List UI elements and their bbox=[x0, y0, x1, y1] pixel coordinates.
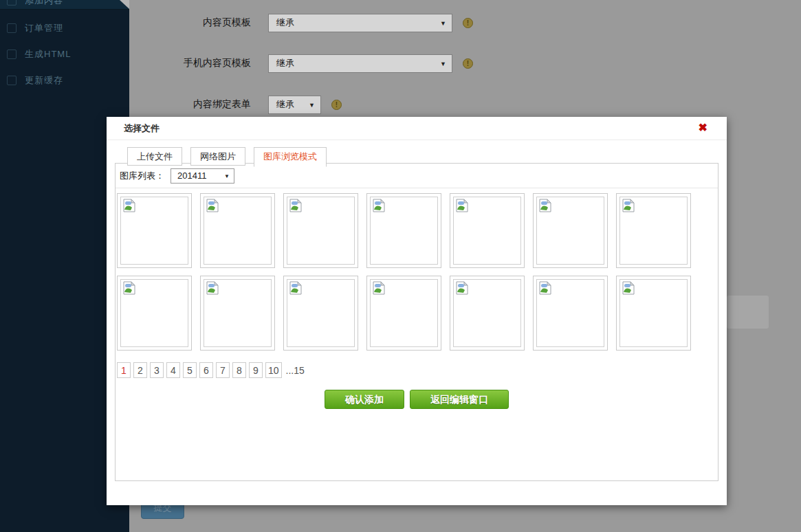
gallery-thumbnail[interactable] bbox=[283, 193, 358, 268]
sidebar-item-label: 订单管理 bbox=[25, 22, 63, 34]
menu-item-icon bbox=[7, 0, 17, 5]
confirm-add-button[interactable]: 确认添加 bbox=[325, 390, 404, 409]
corner-fold-icon bbox=[120, 0, 129, 9]
gallery-thumbnail[interactable] bbox=[117, 276, 192, 351]
template-select[interactable]: 继承▼ bbox=[268, 54, 452, 73]
thumbnail-grid bbox=[116, 188, 715, 358]
chevron-down-icon: ▼ bbox=[309, 102, 315, 109]
form-row: 内容绑定表单继承▼! bbox=[129, 95, 342, 114]
sidebar-item-label: 生成HTML bbox=[25, 48, 71, 60]
tab-upload-file[interactable]: 上传文件 bbox=[127, 147, 182, 166]
sidebar-item-label: 添加内容 bbox=[25, 0, 63, 7]
info-icon: ! bbox=[463, 18, 473, 28]
tab-network-image[interactable]: 网络图片 bbox=[190, 147, 245, 166]
gallery-thumbnail[interactable] bbox=[200, 193, 275, 268]
page-button[interactable]: 8 bbox=[232, 362, 246, 378]
page-button[interactable]: 1 bbox=[117, 362, 131, 378]
chevron-down-icon: ▼ bbox=[440, 21, 446, 27]
broken-image-icon bbox=[287, 279, 355, 347]
broken-image-icon bbox=[453, 197, 521, 265]
sidebar-item[interactable]: 生成HTML bbox=[0, 46, 129, 63]
page-button[interactable]: 9 bbox=[249, 362, 263, 378]
gallery-panel: 图库列表： 201411 ▼ 12345678910...15 确认添加返回编辑… bbox=[115, 163, 718, 481]
tab-gallery-browse[interactable]: 图库浏览模式 bbox=[254, 147, 327, 167]
return-to-editor-button[interactable]: 返回编辑窗口 bbox=[410, 390, 509, 409]
gallery-thumbnail[interactable] bbox=[533, 193, 608, 268]
menu-item-icon bbox=[7, 76, 17, 85]
page-button[interactable]: 2 bbox=[133, 362, 147, 378]
chevron-down-icon: ▼ bbox=[440, 61, 446, 67]
gallery-thumbnail[interactable] bbox=[616, 193, 691, 268]
dialog-title: 选择文件 bbox=[107, 117, 727, 140]
info-icon: ! bbox=[331, 100, 342, 110]
broken-image-icon bbox=[370, 279, 438, 347]
chevron-down-icon: ▼ bbox=[224, 174, 230, 179]
broken-image-icon bbox=[120, 279, 188, 347]
broken-image-icon bbox=[370, 197, 438, 265]
gallery-thumbnail[interactable] bbox=[366, 193, 441, 268]
menu-item-icon bbox=[7, 49, 17, 59]
broken-image-icon bbox=[204, 197, 272, 265]
page-button[interactable]: 3 bbox=[150, 362, 164, 378]
gallery-thumbnail[interactable] bbox=[450, 276, 525, 351]
broken-image-icon bbox=[453, 279, 521, 347]
broken-image-icon bbox=[120, 197, 188, 265]
form-row-label: 手机内容页模板 bbox=[129, 57, 251, 69]
page-button[interactable]: 4 bbox=[166, 362, 180, 378]
template-select[interactable]: 继承▼ bbox=[268, 96, 321, 114]
sidebar-item[interactable]: 添加内容 bbox=[0, 0, 129, 10]
page-button[interactable]: 7 bbox=[216, 362, 230, 378]
close-icon[interactable]: ✖ bbox=[699, 122, 707, 133]
gallery-thumbnail[interactable] bbox=[283, 276, 358, 351]
pagination: 12345678910...15 bbox=[117, 362, 718, 378]
dialog-actions: 确认添加返回编辑窗口 bbox=[116, 390, 718, 409]
broken-image-icon bbox=[536, 197, 604, 265]
template-select[interactable]: 继承▼ bbox=[268, 14, 452, 32]
gallery-list-value: 201411 bbox=[177, 170, 206, 181]
info-icon: ! bbox=[463, 58, 473, 69]
gallery-toolbar: 图库列表： 201411 ▼ bbox=[116, 164, 718, 188]
gallery-thumbnail[interactable] bbox=[200, 276, 275, 351]
gallery-list-label: 图库列表： bbox=[120, 170, 164, 182]
gallery-thumbnail[interactable] bbox=[533, 276, 608, 351]
select-file-dialog: 选择文件 ✖ 上传文件网络图片图库浏览模式 图库列表： 201411 ▼ 123… bbox=[107, 117, 727, 505]
page-button[interactable]: 6 bbox=[199, 362, 213, 378]
sidebar-item-label: 更新缓存 bbox=[25, 74, 63, 87]
page-ellipsis[interactable]: ...15 bbox=[286, 365, 305, 376]
broken-image-icon bbox=[536, 279, 604, 347]
gallery-thumbnail[interactable] bbox=[366, 276, 441, 351]
broken-image-icon bbox=[204, 279, 272, 347]
page-button[interactable]: 5 bbox=[183, 362, 197, 378]
broken-image-icon bbox=[287, 197, 355, 265]
sidebar-item[interactable]: 订单管理 bbox=[0, 20, 129, 36]
template-select-value: 继承 bbox=[276, 16, 294, 29]
dimmed-background-box bbox=[727, 296, 769, 329]
template-select-value: 继承 bbox=[276, 57, 294, 69]
broken-image-icon bbox=[619, 279, 688, 347]
dialog-tabs: 上传文件网络图片图库浏览模式 bbox=[127, 147, 327, 166]
form-row-label: 内容绑定表单 bbox=[129, 98, 251, 111]
form-row: 内容页模板继承▼! bbox=[129, 13, 473, 32]
broken-image-icon bbox=[619, 197, 688, 265]
page-button[interactable]: 10 bbox=[265, 362, 282, 378]
form-row: 手机内容页模板继承▼! bbox=[129, 54, 473, 73]
template-select-value: 继承 bbox=[276, 98, 294, 111]
sidebar-item[interactable]: 更新缓存 bbox=[0, 72, 129, 89]
gallery-thumbnail[interactable] bbox=[616, 276, 691, 351]
form-row-label: 内容页模板 bbox=[129, 16, 251, 29]
gallery-thumbnail[interactable] bbox=[117, 193, 192, 268]
gallery-list-select[interactable]: 201411 ▼ bbox=[171, 168, 234, 184]
menu-item-icon bbox=[7, 23, 17, 33]
gallery-thumbnail[interactable] bbox=[450, 193, 525, 268]
